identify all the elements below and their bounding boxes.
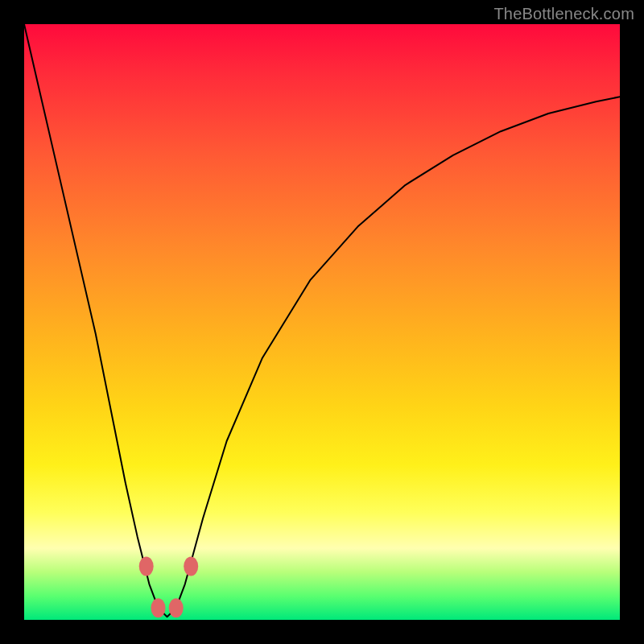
curve-marker bbox=[151, 598, 166, 617]
curve-marker bbox=[169, 598, 184, 617]
curve-marker bbox=[139, 556, 154, 576]
curve-canvas bbox=[24, 24, 620, 620]
curve-marker bbox=[184, 556, 198, 576]
watermark-text: TheBottleneck.com bbox=[493, 5, 634, 23]
bottleneck-curve bbox=[24, 24, 620, 617]
plot-area bbox=[24, 24, 620, 620]
curve-markers bbox=[139, 556, 199, 617]
chart-frame: TheBottleneck.com bbox=[0, 0, 644, 644]
